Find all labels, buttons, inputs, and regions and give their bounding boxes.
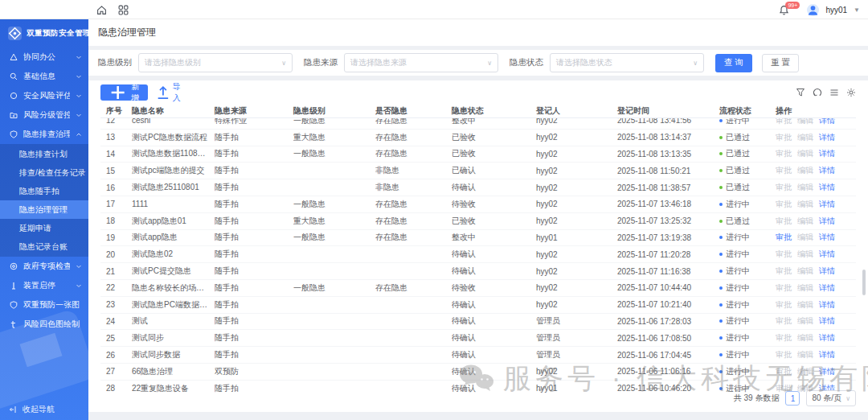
chevron-down-icon[interactable]: ▼ bbox=[854, 6, 860, 14]
filter-status-select[interactable]: 请选择隐患状态 ∨ bbox=[550, 53, 704, 72]
detail-link[interactable]: 详情 bbox=[819, 216, 835, 225]
approve-link: 审批 bbox=[776, 283, 792, 292]
sidebar-item-four-color-map[interactable]: 风险四色图绘制 bbox=[0, 315, 88, 334]
detail-link[interactable]: 详情 bbox=[819, 183, 835, 191]
cell-danger: 存在隐患 bbox=[375, 232, 452, 243]
collapse-nav-button[interactable]: 收起导航 bbox=[0, 399, 88, 420]
sidebar-item-safety-risk-assessment[interactable]: 安全风险评估 bbox=[0, 86, 88, 105]
cell-no: 27 bbox=[100, 367, 132, 376]
sidebar-subitem-extension-application[interactable]: 延期申请 bbox=[0, 219, 88, 237]
cell-no: 24 bbox=[100, 317, 132, 326]
table-actions: 新增 导入 bbox=[100, 80, 856, 105]
cell-operations: 审批编辑详情 bbox=[776, 349, 856, 360]
sidebar-subitem-hazard-ledger[interactable]: 隐患记录台账 bbox=[0, 237, 88, 256]
approve-link: 审批 bbox=[776, 200, 792, 208]
cell-registrant: hyy02 bbox=[536, 267, 617, 276]
chevron-down-icon bbox=[76, 93, 82, 99]
import-button[interactable]: 导入 bbox=[156, 81, 182, 104]
reset-button[interactable]: 重 置 bbox=[762, 54, 799, 72]
detail-link[interactable]: 详情 bbox=[819, 350, 835, 359]
cell-name: 测试pc端隐患的提交 bbox=[132, 165, 215, 176]
column-header: 登记时间 bbox=[617, 105, 719, 117]
detail-link[interactable]: 详情 bbox=[819, 316, 835, 325]
table-scrollbar[interactable] bbox=[862, 270, 866, 295]
apps-grid-icon[interactable] bbox=[118, 5, 129, 15]
sidebar-item-collab-office[interactable]: 协同办公 bbox=[0, 47, 88, 67]
cell-registrant: hyy02 bbox=[536, 200, 617, 208]
detail-link[interactable]: 详情 bbox=[819, 249, 835, 258]
table-row: 21测试PC提交隐患随手拍待确认hyy022025-11-07 11:16:38… bbox=[100, 263, 856, 280]
table-row: 26测试同步数据随手拍待确认管理员2025-11-06 17:04:45进行中审… bbox=[100, 347, 856, 364]
cell-registrant: hyy02 bbox=[536, 118, 617, 125]
detail-link[interactable]: 详情 bbox=[819, 283, 835, 292]
cell-status: 整改中 bbox=[452, 118, 536, 126]
cell-process-status: 进行中 bbox=[719, 266, 776, 277]
cell-level: 一般隐患 bbox=[293, 199, 375, 210]
home-icon[interactable] bbox=[96, 5, 107, 15]
table-row: 20测试隐患02随手拍待确认hyy022025-11-07 11:20:28进行… bbox=[100, 246, 856, 263]
density-icon[interactable] bbox=[829, 88, 839, 97]
query-button[interactable]: 查 询 bbox=[715, 54, 752, 72]
username[interactable]: hyy01 bbox=[825, 6, 847, 14]
cell-source: 随手拍 bbox=[215, 232, 293, 243]
cell-time: 2025-11-08 11:50:21 bbox=[617, 167, 719, 175]
column-settings-gear-icon[interactable] bbox=[846, 88, 856, 97]
detail-link[interactable]: 详情 bbox=[819, 133, 835, 142]
approve-link: 审批 bbox=[776, 316, 792, 325]
cell-no: 19 bbox=[100, 233, 132, 242]
column-header: 流程状态 bbox=[719, 105, 776, 117]
status-dot bbox=[719, 236, 723, 239]
avatar[interactable] bbox=[807, 4, 819, 16]
column-header: 序号 bbox=[100, 105, 132, 117]
detail-link[interactable]: 详情 bbox=[819, 367, 835, 376]
sidebar-subitem-hazard-snapshot[interactable]: 隐患随手拍 bbox=[0, 182, 88, 200]
detail-link[interactable]: 详情 bbox=[819, 266, 835, 275]
filter-level-select[interactable]: 请选择隐患级别 ∨ bbox=[138, 53, 293, 72]
sidebar-item-dual-prevention-map[interactable]: 双重预防一张图 bbox=[0, 295, 88, 315]
sidebar-subitem-task-records[interactable]: 排查/检查任务记录 bbox=[0, 163, 88, 182]
filter-funnel-icon[interactable] bbox=[796, 88, 805, 97]
refresh-icon[interactable] bbox=[813, 88, 822, 97]
gear-circle-icon bbox=[10, 262, 18, 270]
approve-link[interactable]: 审批 bbox=[776, 233, 792, 241]
cell-name: 测试隐患PC端数据的提交场... bbox=[132, 299, 215, 311]
sidebar-item-label: 风险四色图绘制 bbox=[23, 319, 82, 330]
table-row: 171111随手拍一般隐患存在隐患待验收hyy022025-11-07 13:4… bbox=[100, 196, 856, 213]
status-dot bbox=[719, 186, 723, 189]
topbar: 99+ hyy01 ▼ bbox=[0, 0, 868, 19]
cell-no: 20 bbox=[100, 250, 132, 259]
detail-link[interactable]: 详情 bbox=[819, 149, 835, 158]
sidebar-menu: 协同办公基础信息安全风险评估风险分级管控隐患排查治理隐患排查计划排查/检查任务记… bbox=[0, 47, 88, 334]
approve-link: 审批 bbox=[776, 367, 792, 376]
sidebar-subitem-hazard-plan[interactable]: 隐患排查计划 bbox=[0, 145, 88, 163]
detail-link[interactable]: 详情 bbox=[819, 200, 835, 208]
cell-status: 待确认 bbox=[452, 332, 536, 344]
sidebar-subitem-hazard-governance[interactable]: 隐患治理管理 bbox=[0, 200, 88, 219]
detail-link[interactable]: 详情 bbox=[819, 300, 835, 309]
status-dot bbox=[719, 370, 723, 373]
detail-link[interactable]: 详情 bbox=[819, 166, 835, 175]
cell-operations: 审批编辑详情 bbox=[776, 266, 856, 277]
cell-source: 随手拍 bbox=[215, 132, 293, 143]
detail-link[interactable]: 详情 bbox=[819, 233, 835, 241]
pagination-page-1[interactable]: 1 bbox=[785, 391, 800, 406]
detail-link[interactable]: 详情 bbox=[819, 118, 835, 125]
add-button[interactable]: 新增 bbox=[100, 84, 148, 101]
status-dot bbox=[719, 169, 723, 172]
cell-name: 测试隐患25110801 bbox=[132, 182, 215, 193]
sidebar-item-gov-special-inspection[interactable]: 政府专项检查 bbox=[0, 257, 88, 276]
page-title: 隐患治理管理 bbox=[98, 26, 156, 39]
sidebar-item-risk-grading-control[interactable]: 风险分级管控 bbox=[0, 105, 88, 125]
cell-name: 测试app隐患 bbox=[132, 232, 215, 243]
notification-bell-icon[interactable]: 99+ bbox=[779, 5, 789, 15]
chevron-down-icon: ∨ bbox=[693, 60, 698, 67]
sidebar-item-basic-info[interactable]: 基础信息 bbox=[0, 67, 88, 86]
shield-icon bbox=[10, 301, 18, 309]
page-size-select[interactable]: 80 条/页 ∨ bbox=[806, 390, 856, 406]
sidebar-item-hazard-investigation[interactable]: 隐患排查治理 bbox=[0, 125, 88, 144]
detail-link[interactable]: 详情 bbox=[819, 333, 835, 342]
status-dot bbox=[719, 387, 723, 390]
status-dot bbox=[719, 203, 723, 206]
sidebar-item-device-start-stop[interactable]: 装置启停 bbox=[0, 276, 88, 295]
filter-source-select[interactable]: 请选择隐患来源 ∨ bbox=[344, 53, 498, 72]
